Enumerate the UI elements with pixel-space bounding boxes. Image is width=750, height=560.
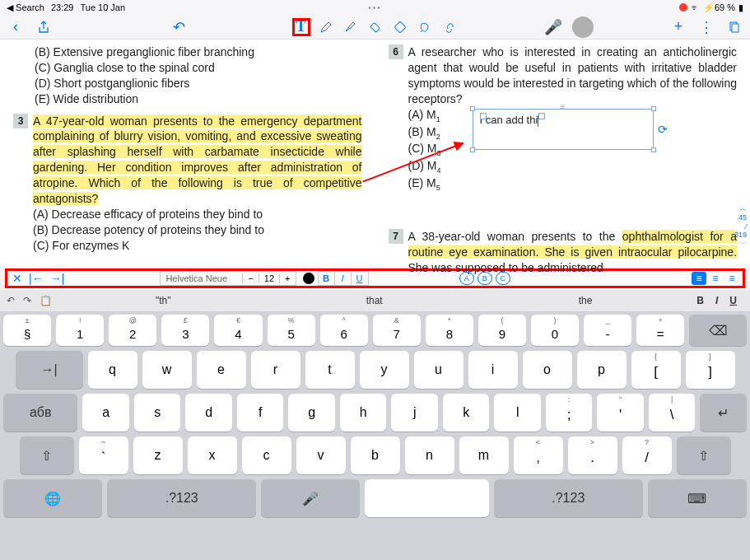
key-7[interactable]: &7 [373, 315, 421, 346]
font-size-value[interactable]: 12 [259, 273, 280, 283]
key-g[interactable]: g [288, 394, 335, 432]
font-name-select[interactable]: Helvetica Neue [161, 273, 243, 283]
underline-button[interactable]: U [352, 272, 368, 285]
resize-handle[interactable] [651, 147, 656, 152]
key-;[interactable]: :; [546, 394, 593, 432]
space-key[interactable] [365, 479, 489, 517]
text-annotation-box[interactable]: ≡ ⟳ I can add thi [473, 109, 654, 150]
key-'[interactable]: "' [597, 394, 644, 432]
key-[[interactable]: {[ [631, 351, 681, 389]
pages-button[interactable] [725, 18, 743, 36]
key-f[interactable]: f [237, 394, 284, 432]
tab-key[interactable]: →| [16, 351, 83, 389]
textbox-content[interactable]: I can add thi [480, 114, 538, 126]
key-r[interactable]: r [251, 351, 300, 389]
rotate-handle-icon[interactable]: ⟳ [658, 122, 668, 138]
text-color-picker[interactable] [303, 273, 314, 284]
mic-key[interactable]: 🎤 [261, 479, 360, 517]
key-i[interactable]: i [468, 351, 518, 389]
key-v[interactable]: v [296, 436, 346, 474]
key-1[interactable]: !1 [56, 315, 104, 346]
bold-button[interactable]: B [319, 272, 335, 285]
back-to-app[interactable]: ◀ Search [7, 2, 44, 13]
suggestion-1[interactable]: "th" [63, 295, 263, 306]
return-key[interactable]: ↵ [700, 394, 747, 432]
key-o[interactable]: o [523, 351, 572, 389]
resize-handle[interactable] [470, 106, 475, 111]
numeric-key-right[interactable]: .?123 [494, 479, 643, 517]
undo-button[interactable]: ↶ [170, 18, 188, 36]
key-p[interactable]: p [577, 351, 627, 389]
style-preset-a[interactable]: A [459, 272, 474, 285]
back-button[interactable]: ‹ [7, 18, 25, 36]
kb-bold[interactable]: B [696, 295, 704, 306]
link-tool[interactable] [440, 18, 459, 36]
shift-key-right[interactable]: ⇧ [677, 436, 731, 474]
key-3[interactable]: £3 [161, 315, 209, 346]
shape-tool[interactable] [391, 18, 409, 36]
key-e[interactable]: e [197, 351, 246, 389]
key-k[interactable]: k [443, 394, 490, 432]
key-t[interactable]: t [305, 351, 355, 389]
redo-key-icon[interactable]: ↷ [23, 295, 31, 306]
indent-left-icon[interactable]: |← [29, 272, 44, 285]
eraser-tool[interactable] [366, 18, 384, 36]
mic-button[interactable]: 🎤 [544, 18, 562, 36]
font-size-increase[interactable]: + [280, 273, 295, 283]
key-z[interactable]: z [133, 436, 183, 474]
key-/[interactable]: ?/ [622, 436, 672, 474]
key-a[interactable]: a [82, 394, 129, 432]
lasso-tool[interactable] [416, 18, 434, 36]
kb-underline[interactable]: U [729, 295, 737, 306]
highlighter-tool[interactable] [342, 18, 360, 36]
key-n[interactable]: n [405, 436, 454, 474]
key-6[interactable]: ^6 [320, 315, 368, 346]
key-][interactable]: }] [686, 351, 735, 389]
key-h[interactable]: h [340, 394, 387, 432]
key-9[interactable]: (9 [478, 315, 526, 346]
clipboard-icon[interactable]: 📋 [40, 295, 52, 306]
document-view[interactable]: (B) Extensive preganglionic fiber branch… [0, 40, 750, 267]
key-m[interactable]: m [459, 436, 509, 474]
undo-key-icon[interactable]: ↶ [7, 295, 15, 306]
key-0[interactable]: )0 [531, 315, 579, 346]
kb-italic[interactable]: I [715, 295, 718, 306]
key-w[interactable]: w [142, 351, 192, 389]
key-u[interactable]: u [414, 351, 464, 389]
style-preset-b[interactable]: B [477, 272, 492, 285]
key-=[interactable]: += [636, 315, 684, 346]
suggestion-2[interactable]: that [274, 295, 473, 306]
key-4[interactable]: €4 [214, 315, 262, 346]
key-y[interactable]: y [360, 351, 409, 389]
shift-key-left[interactable]: ⇧ [20, 436, 74, 474]
font-size-decrease[interactable]: − [243, 273, 259, 283]
key-d[interactable]: d [185, 394, 232, 432]
share-button[interactable] [35, 18, 53, 36]
key-j[interactable]: j [391, 394, 438, 432]
key-8[interactable]: *8 [426, 315, 473, 346]
textbox-grip-icon[interactable]: ≡ [561, 101, 566, 113]
assistive-touch[interactable] [572, 16, 594, 38]
key--[interactable]: _- [584, 315, 631, 346]
resize-handle[interactable] [651, 106, 656, 111]
numeric-key-left[interactable]: .?123 [107, 479, 256, 517]
italic-button[interactable]: I [335, 272, 352, 285]
key-x[interactable]: x [188, 436, 237, 474]
pen-tool[interactable] [317, 18, 335, 36]
backspace-key[interactable]: ⌫ [689, 315, 747, 346]
key-c[interactable]: c [242, 436, 291, 474]
key-q[interactable]: q [88, 351, 137, 389]
style-preset-c[interactable]: C [496, 272, 510, 285]
more-button[interactable]: ⋮ [697, 18, 715, 36]
text-tool[interactable]: T [292, 18, 310, 36]
key-b[interactable]: b [351, 436, 400, 474]
key-.[interactable]: >. [568, 436, 617, 474]
lang-key[interactable]: абв [3, 394, 77, 432]
key-s[interactable]: s [134, 394, 181, 432]
dismiss-keyboard-key[interactable]: ⌨ [648, 479, 747, 517]
indent-right-icon[interactable]: →| [50, 272, 65, 285]
close-format-icon[interactable]: ✕ [12, 272, 22, 285]
key-5[interactable]: %5 [268, 315, 315, 346]
add-button[interactable]: + [669, 18, 687, 36]
key-§[interactable]: ±§ [3, 315, 51, 346]
